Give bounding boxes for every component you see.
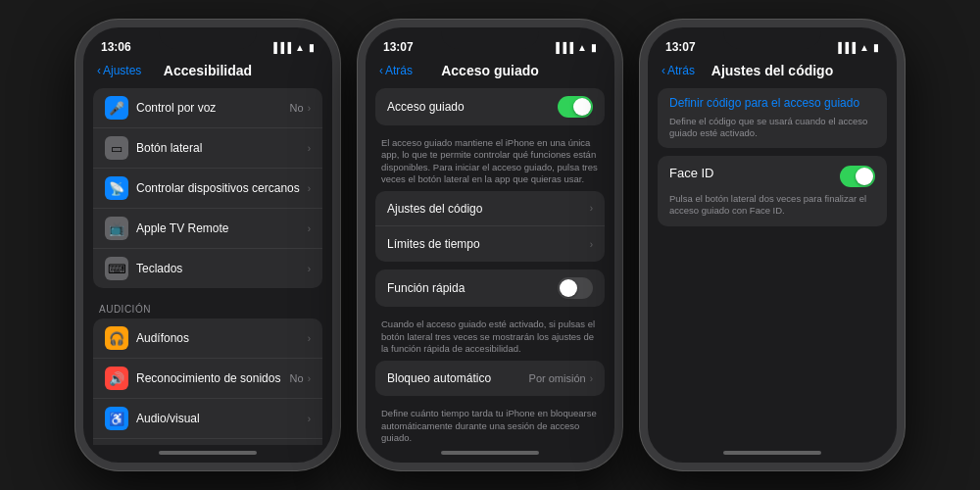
acceso-guiado-toggle[interactable]	[558, 96, 593, 118]
funcion-rapida-toggle[interactable]	[558, 277, 593, 299]
acceso-guiado-desc: El acceso guiado mantiene el iPhone en u…	[366, 133, 614, 191]
group-1: 🎤 Control por voz No › ▭ Botón lateral ›…	[93, 88, 322, 288]
nav-title-3: Ajustes del código	[711, 63, 833, 78]
arrow-icon: ›	[590, 373, 593, 384]
boton-lateral-icon: ▭	[105, 136, 128, 160]
funcion-rapida-group: Función rápida	[375, 270, 605, 307]
back-chevron-1: ‹	[97, 64, 101, 77]
bloqueo-value: Por omisión	[529, 372, 586, 384]
group-2: 🎧 Audífonos › 🔊 Reconocimiento de sonido…	[93, 318, 322, 445]
nav-title-1: Accesibilidad	[164, 63, 252, 78]
list-item[interactable]: 📺 Apple TV Remote ›	[93, 209, 322, 249]
bloqueo-desc: Define cuánto tiempo tarda tu iPhone en …	[366, 404, 614, 445]
arrow-icon: ›	[308, 414, 311, 424]
codigo-tiempo-group: Ajustes del código › Límites de tiempo ›	[375, 191, 605, 262]
bloqueo-automatico-item[interactable]: Bloqueo automático Por omisión ›	[375, 361, 605, 396]
face-id-item[interactable]: Face ID Pulsa el botón lateral dos veces…	[658, 156, 887, 227]
status-bar-1: 13:06 ▐▐▐ ▲ ▮	[83, 27, 332, 59]
item-label: Audio/visual	[136, 412, 308, 425]
time-2: 13:07	[383, 40, 414, 54]
item-label: Controlar dispositivos cercanos	[136, 181, 308, 195]
reconocimiento-icon: 🔊	[105, 367, 128, 390]
status-bar-2: 13:07 ▐▐▐ ▲ ▮	[366, 27, 614, 59]
back-chevron-2: ‹	[379, 64, 383, 77]
list-item[interactable]: 🎧 Audífonos ›	[93, 318, 322, 359]
nav-bar-3: ‹ Atrás Ajustes del código	[648, 59, 897, 84]
nav-bar-1: ‹ Ajustes Accesibilidad	[83, 59, 332, 84]
face-id-toggle[interactable]	[840, 166, 875, 187]
content-2: Acceso guiado El acceso guiado mantiene …	[366, 84, 614, 445]
list-item[interactable]: 💬 Subtítulos ›	[93, 439, 322, 445]
teclados-icon: ⌨	[105, 257, 128, 280]
appletv-icon: 📺	[105, 217, 128, 240]
list-item[interactable]: ♿ Audio/visual ›	[93, 399, 322, 439]
face-id-group: Face ID Pulsa el botón lateral dos veces…	[658, 156, 887, 227]
phone-1: 13:06 ▐▐▐ ▲ ▮ ‹ Ajustes Accesibilidad 🎤 …	[75, 20, 340, 470]
acceso-guiado-toggle-group: Acceso guiado	[375, 88, 605, 125]
phone-2: 13:07 ▐▐▐ ▲ ▮ ‹ Atrás Acceso guiado Acce…	[358, 20, 622, 470]
list-item[interactable]: 🎤 Control por voz No ›	[93, 88, 322, 128]
bloqueo-group: Bloqueo automático Por omisión ›	[375, 361, 605, 396]
item-label: Reconocimiento de sonidos	[136, 371, 290, 385]
face-id-desc: Pulsa el botón lateral dos veces para fi…	[669, 193, 875, 218]
signal-icon: ▐▐▐	[553, 42, 573, 53]
control-voz-icon: 🎤	[105, 96, 128, 120]
status-icons-1: ▐▐▐ ▲ ▮	[270, 42, 315, 53]
define-codigo-item[interactable]: Definir código para el acceso guiado Def…	[658, 88, 887, 148]
arrow-icon: ›	[308, 223, 311, 234]
wifi-icon: ▲	[577, 42, 587, 53]
content-3: Definir código para el acceso guiado Def…	[648, 84, 897, 445]
section-label-audicion: AUDICIÓN	[83, 296, 332, 318]
define-desc: Define el código que se usará cuando el …	[669, 116, 875, 140]
back-button-2[interactable]: ‹ Atrás	[379, 64, 413, 77]
list-item[interactable]: 📡 Controlar dispositivos cercanos ›	[93, 169, 322, 209]
home-indicator-1	[159, 451, 257, 455]
back-button-1[interactable]: ‹ Ajustes	[97, 64, 141, 77]
arrow-icon: ›	[308, 103, 311, 114]
arrow-icon: ›	[308, 264, 311, 274]
nav-bar-2: ‹ Atrás Acceso guiado	[366, 59, 614, 84]
ajustes-codigo-item[interactable]: Ajustes del código ›	[375, 191, 605, 226]
phones-container: 13:06 ▐▐▐ ▲ ▮ ‹ Ajustes Accesibilidad 🎤 …	[75, 20, 905, 470]
list-item[interactable]: ▭ Botón lateral ›	[93, 128, 322, 169]
define-link[interactable]: Definir código para el acceso guiado	[669, 96, 875, 110]
back-chevron-3: ‹	[662, 64, 665, 77]
item-label: Audífonos	[136, 331, 308, 345]
acceso-guiado-label: Acceso guiado	[387, 100, 558, 114]
funcion-rapida-toggle-item[interactable]: Función rápida	[375, 270, 605, 307]
limites-tiempo-item[interactable]: Límites de tiempo ›	[375, 226, 605, 262]
arrow-icon: ›	[308, 333, 311, 344]
status-bar-3: 13:07 ▐▐▐ ▲ ▮	[648, 27, 897, 59]
nav-title-2: Acceso guiado	[441, 63, 539, 78]
arrow-icon: ›	[308, 183, 311, 194]
acceso-guiado-toggle-item[interactable]: Acceso guiado	[375, 88, 605, 125]
phone-3: 13:07 ▐▐▐ ▲ ▮ ‹ Atrás Ajustes del código…	[640, 20, 905, 470]
list-item[interactable]: 🔊 Reconocimiento de sonidos No ›	[93, 359, 322, 399]
list-item[interactable]: ⌨ Teclados ›	[93, 249, 322, 288]
define-codigo-group: Definir código para el acceso guiado Def…	[658, 88, 887, 148]
bloqueo-label: Bloqueo automático	[387, 371, 529, 385]
item-label: Botón lateral	[136, 141, 308, 155]
audiovisual-icon: ♿	[105, 407, 128, 430]
item-value: No	[290, 102, 304, 114]
content-1: 🎤 Control por voz No › ▭ Botón lateral ›…	[83, 84, 332, 445]
battery-icon: ▮	[591, 42, 597, 53]
status-icons-2: ▐▐▐ ▲ ▮	[553, 42, 597, 53]
funcion-rapida-label: Función rápida	[387, 281, 558, 295]
home-indicator-2	[441, 451, 539, 455]
audifonos-icon: 🎧	[105, 326, 128, 350]
home-indicator-3	[723, 451, 821, 455]
face-id-label: Face ID	[669, 166, 714, 180]
signal-icon: ▐▐▐	[270, 42, 291, 53]
item-label: Control por voz	[136, 101, 290, 115]
funcion-rapida-desc: Cuando el acceso guiado esté activado, s…	[366, 315, 614, 361]
battery-icon: ▮	[873, 42, 879, 53]
arrow-icon: ›	[308, 373, 311, 384]
limites-tiempo-label: Límites de tiempo	[387, 237, 590, 251]
ajustes-codigo-label: Ajustes del código	[387, 202, 590, 216]
time-1: 13:06	[101, 40, 131, 54]
signal-icon: ▐▐▐	[835, 42, 856, 53]
controlar-icon: 📡	[105, 176, 128, 200]
item-value: No	[290, 372, 304, 384]
back-button-3[interactable]: ‹ Atrás	[662, 64, 695, 77]
